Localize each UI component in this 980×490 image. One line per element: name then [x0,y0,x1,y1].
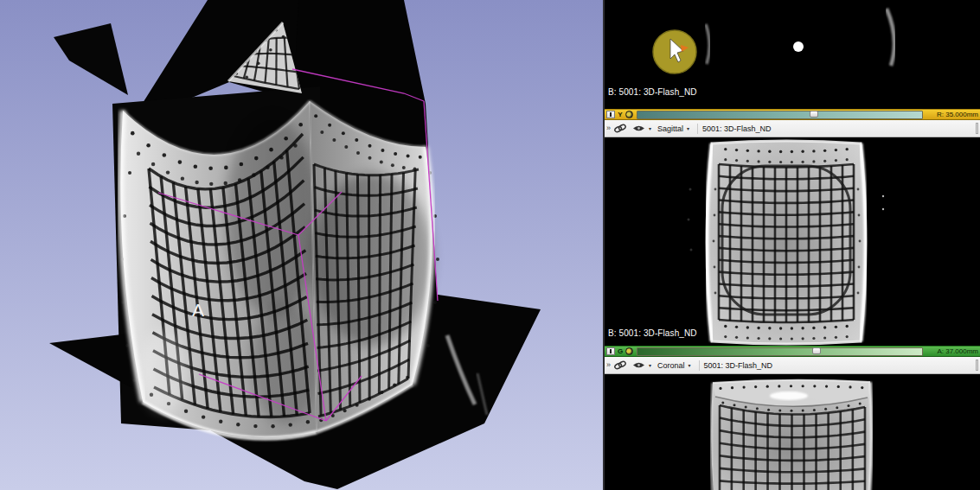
eye-icon [632,361,645,369]
slice-label: B: 5001: 3D-Flash_ND [608,87,697,97]
fiducial-dot[interactable] [793,41,804,52]
axis-letter: Y [617,111,624,118]
volume-name: 5001: 3D-Flash_ND [702,124,772,133]
pin-button[interactable] [606,347,615,355]
orientation-label-a: A [192,300,204,320]
eye-icon [632,124,645,132]
volume-name: 5001: 3D-Flash_ND [704,361,773,370]
pin-button[interactable] [606,111,615,118]
link-views-button[interactable] [612,122,628,136]
3d-viewport[interactable]: A [0,0,603,490]
slice-offset-slider[interactable] [637,347,923,356]
slice-panel-column: B: 5001: 3D-Flash_ND Y R: 35.000mm » [603,0,980,490]
sagittal-toolbar: » ▾ Sagittal ▾ 5001: 3D-Flash_ [605,120,980,137]
link-views-button[interactable] [612,359,628,372]
visibility-dropdown-arrow[interactable]: ▾ [649,125,651,131]
slice-visibility-icon[interactable] [625,111,633,118]
visibility-dropdown-arrow[interactable]: ▾ [649,362,651,368]
orientation-value: Sagittal [657,124,683,133]
panel-edge-nub[interactable] [976,360,978,371]
visibility-button[interactable] [631,359,646,372]
axis-letter: G [617,347,624,355]
coronal-toolbar: » ▾ Coronal ▾ 5001: 3D-Flash_N [605,357,980,374]
slice-offset-slider[interactable] [637,111,923,119]
link-icon [613,360,627,370]
toolbar-menu-chevrons[interactable]: » [606,124,610,132]
toolbar-menu-chevrons[interactable]: » [606,361,610,369]
slice-visibility-icon[interactable] [625,347,633,355]
slice-offset-value: A: 37.000mm [926,347,978,355]
toolbar-separator [699,360,700,371]
orientation-value: Coronal [657,361,685,370]
slice-slider-handle[interactable] [810,111,818,118]
green-slice-bar: G A: 37.000mm [605,346,980,357]
slice-image-coronal [605,374,980,490]
slice-label: B: 5001: 3D-Flash_ND [608,328,697,338]
3d-scene: A [0,0,603,490]
slice-offset-value: R: 35.000mm [926,111,978,118]
chevron-down-icon: ▾ [689,362,691,368]
app-window: A B: 5001: 3D-Flash_ND Y [0,0,980,490]
panel-edge-nub[interactable] [976,123,978,134]
toolbar-separator [697,124,698,134]
visibility-button[interactable] [631,122,646,136]
slice-view-coronal[interactable] [605,374,980,490]
slice-view-top[interactable]: B: 5001: 3D-Flash_ND [605,0,980,109]
slice-slider-handle[interactable] [812,347,821,354]
orientation-dropdown[interactable]: Sagittal ▾ [654,122,693,136]
pin-icon [610,112,612,117]
slice-image-sagittal [605,137,980,346]
orientation-dropdown[interactable]: Coronal ▾ [654,359,695,372]
link-icon [613,124,627,133]
chevron-down-icon: ▾ [687,125,689,131]
slice-view-sagittal[interactable]: B: 5001: 3D-Flash_ND [605,137,980,346]
yellow-slice-bar: Y R: 35.000mm [605,109,980,120]
pin-icon [610,349,612,353]
